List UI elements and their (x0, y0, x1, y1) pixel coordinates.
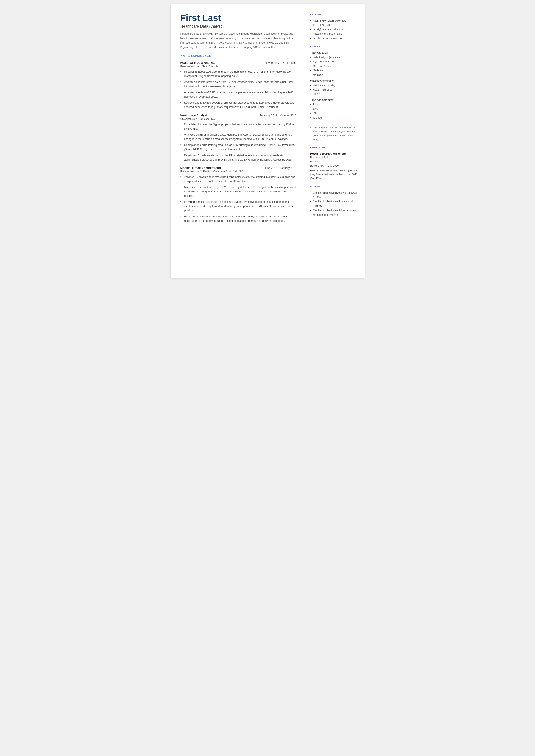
bullet-2-1: Completed 15 Lean Six Sigma projects tha… (180, 122, 296, 131)
bullet-1-3: Analyzed the data of 5.9K patients to id… (180, 90, 296, 99)
job-header-3: Medical Office Administrator June 2010 –… (180, 166, 296, 170)
bullet-3-1: Assisted 19 physicians in reviewing EMRs… (180, 175, 296, 183)
bullet-2-4: Developed 8 dashboards that display KPIs… (180, 153, 296, 162)
industry-skills-label: Industry Knowledge: (310, 79, 358, 82)
work-experience-section-title: WORK EXPERIENCE (180, 54, 296, 59)
tools-skills-label: Tools and Software: (310, 98, 358, 101)
skill-medicaid: Medicaid (310, 73, 358, 77)
job-block-2: Healthcare Analyst February 2013 – Octob… (180, 114, 296, 162)
job-company-1: Resume Worded, New York, NY (180, 65, 296, 68)
skill-healthcare-industry: Healthcare Industry (310, 83, 358, 88)
job-bullets-2: Completed 15 Lean Six Sigma projects tha… (180, 122, 296, 162)
bullet-3-4: Reduced the workload on a 15-member fron… (180, 214, 296, 223)
job-header-2: Healthcare Analyst February 2013 – Octob… (180, 114, 296, 117)
other-list: Certified Health Data Analyst (CHDA) | A… (310, 191, 358, 217)
edu-location-date: Boston, MA — May 2010 (310, 164, 358, 168)
technical-skill-list: Data Analysis (Advanced) SQL (Experience… (310, 55, 358, 77)
contact-list: Atlanta, GA (Open to Remote) +1-234-456-… (310, 18, 358, 41)
edu-field: Biology (310, 160, 358, 164)
other-cert-3: Certified in Healthcare Information and … (310, 208, 358, 217)
bullet-2-2: Analyzed 10GB of healthcare data, identi… (180, 132, 296, 141)
skill-5s: 5S (310, 111, 358, 116)
job-title-1: Healthcare Data Analyst (180, 61, 215, 65)
bullet-2-3: Championed online training modules for 1… (180, 143, 296, 152)
contact-location: Atlanta, GA (Open to Remote) (310, 18, 358, 23)
skill-tableau: Tableau (310, 116, 358, 120)
candidate-title: Healthcare Data Analyst (180, 24, 296, 29)
bullet-1-1: Reconciled about 91% discrepancy in the … (180, 70, 296, 78)
skills-section: SKILLS Technical Skills: Data Analysis (… (310, 45, 358, 142)
skill-data-analysis: Data Analysis (Advanced) (310, 55, 358, 60)
education-section-title: EDUCATION (310, 146, 358, 150)
resume-page: First Last Healthcare Data Analyst Healt… (171, 4, 365, 278)
contact-phone: +1-234-456-789 (310, 23, 358, 27)
candidate-name: First Last (180, 13, 296, 23)
tip-pre-text: Don't forget to use (313, 126, 334, 129)
job-dates-3: June 2010 – January 2013 (265, 167, 296, 170)
contact-section-title: CONTACT (310, 13, 358, 17)
right-column: CONTACT Atlanta, GA (Open to Remote) +1-… (304, 4, 365, 278)
resume-worded-link[interactable]: Resume Worded (333, 126, 352, 129)
bullet-3-2: Maintained current knowledge of Medicare… (180, 185, 296, 198)
other-section-title: OTHER (310, 185, 358, 189)
technical-skills-label: Technical Skills: (310, 51, 358, 54)
other-cert-2: Certified in Healthcare Privacy and Secu… (310, 199, 358, 208)
summary-text: Healthcare data analyst with 10 years of… (180, 32, 296, 49)
job-title-2: Healthcare Analyst (180, 114, 208, 117)
job-block-1: Healthcare Data Analyst November 2015 – … (180, 61, 296, 109)
contact-linkedin: linkedin.com/in/username (310, 32, 358, 36)
edu-school-name: Resume Worded University (310, 152, 358, 155)
edu-degree: Bachelor of Science (310, 155, 358, 160)
education-section: EDUCATION Resume Worded University Bache… (310, 146, 358, 181)
skill-excel: Excel (310, 102, 358, 107)
bullet-1-4: Sourced and analyzed 200GB of clinical t… (180, 101, 296, 109)
job-header-1: Healthcare Data Analyst November 2015 – … (180, 61, 296, 65)
job-bullets-1: Reconciled about 91% discrepancy in the … (180, 70, 296, 109)
skill-health-insurance: Health Insurance (310, 88, 358, 92)
job-company-2: Growthsi, San Francisco, CA (180, 118, 296, 121)
job-bullets-3: Assisted 19 physicians in reviewing EMRs… (180, 175, 296, 223)
skill-medicare: Medicare (310, 68, 358, 72)
job-dates-2: February 2013 – October 2015 (260, 114, 296, 117)
contact-email: email@resumeworded.com (310, 27, 358, 32)
skill-sql: SQL (Experienced) (310, 60, 358, 64)
job-title-3: Medical Office Administrator (180, 166, 221, 170)
contact-github: github.com/resumeworded (310, 36, 358, 41)
left-column: First Last Healthcare Data Analyst Healt… (171, 4, 304, 278)
other-section: OTHER Certified Health Data Analyst (CHD… (310, 185, 358, 217)
job-company-3: Resume Worded's Exciting Company, New Yo… (180, 170, 296, 173)
skills-section-title: SKILLS (310, 45, 358, 49)
skill-sas: SAS (310, 107, 358, 111)
bullet-3-3: Provided clerical support for 17 medical… (180, 200, 296, 213)
resume-tip: Don't forget to use Resume Worded to sca… (310, 126, 358, 142)
edu-awards: Awards: Resume Worded Teaching Fellow (o… (310, 169, 358, 180)
skill-hipaa: HIPAA (310, 92, 358, 96)
skill-r: R (310, 120, 358, 124)
job-dates-1: November 2015 – Present (265, 61, 296, 65)
industry-skill-list: Healthcare Industry Health Insurance HIP… (310, 83, 358, 96)
bullet-1-2: Analyzed and interpreted data from 159 s… (180, 80, 296, 89)
other-cert-1: Certified Health Data Analyst (CHDA) | A… (310, 191, 358, 200)
skill-ms-access: Microsoft Access (310, 64, 358, 68)
tools-skill-list: Excel SAS 5S Tableau R (310, 102, 358, 124)
contact-section: CONTACT Atlanta, GA (Open to Remote) +1-… (310, 13, 358, 41)
job-block-3: Medical Office Administrator June 2010 –… (180, 166, 296, 223)
